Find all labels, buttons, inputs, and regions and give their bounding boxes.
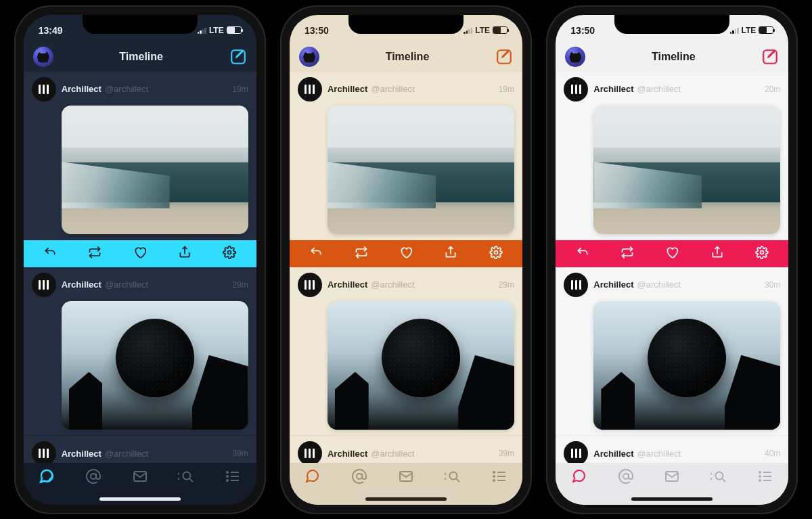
tab-messages[interactable] [132, 468, 148, 487]
tweet[interactable]: Archillect@archillect40m instagram.com/a… [556, 436, 788, 462]
share-button[interactable] [178, 246, 191, 262]
tweet-time: 40m [765, 449, 780, 458]
tweet[interactable]: Archillect@archillect19m [290, 72, 522, 240]
svg-point-30 [711, 473, 712, 474]
home-indicator[interactable] [99, 497, 181, 501]
tweet-author: Archillect [328, 449, 367, 459]
tab-lists[interactable] [491, 468, 508, 487]
share-icon [178, 246, 191, 259]
tweet[interactable]: Archillect@archillect29m [290, 267, 522, 436]
tweet-author: Archillect [62, 84, 102, 94]
settings-button[interactable] [489, 246, 503, 262]
tweet[interactable]: Archillect@archillect20m [556, 72, 788, 240]
tab-messages[interactable] [398, 468, 414, 487]
tab-mentions[interactable] [351, 468, 367, 487]
reply-button[interactable] [43, 246, 57, 262]
tweet-image[interactable] [62, 301, 248, 430]
tweet[interactable]: Archillect@archillect 39m instagram.com/… [24, 436, 256, 462]
tweet-image[interactable] [62, 106, 248, 234]
nav-bar: Timeline [290, 42, 522, 72]
tweet-avatar[interactable] [564, 77, 588, 101]
tab-timeline[interactable] [39, 468, 55, 487]
search-icon [445, 468, 461, 484]
tweet-image[interactable] [593, 301, 780, 430]
retweet-button[interactable] [355, 246, 368, 262]
search-icon [178, 468, 194, 484]
tab-search[interactable] [445, 468, 461, 487]
svg-point-15 [357, 474, 362, 479]
svg-point-19 [449, 472, 457, 479]
tweet[interactable]: Archillect@archillect 19m [24, 72, 256, 240]
tab-search[interactable] [178, 468, 194, 487]
like-button[interactable] [399, 246, 413, 262]
chat-bubble-icon [304, 468, 321, 484]
tweet-avatar[interactable] [564, 273, 588, 297]
tweet-time: 39m [232, 449, 248, 458]
tweet[interactable]: Archillect@archillect30m [556, 267, 788, 436]
retweet-button[interactable] [621, 246, 634, 262]
tab-mentions[interactable] [618, 468, 634, 487]
tweet-avatar[interactable] [298, 77, 322, 101]
tab-messages[interactable] [664, 468, 680, 487]
tweet-avatar[interactable] [32, 77, 56, 101]
search-icon [710, 468, 727, 484]
timeline-feed[interactable]: Archillect@archillect 19m Archillect@arc… [24, 72, 256, 463]
compose-button[interactable] [495, 48, 513, 66]
svg-point-20 [493, 472, 495, 473]
tweet[interactable]: Archillect@archillect39m instagram.com/a… [290, 436, 522, 462]
reply-button[interactable] [576, 246, 589, 262]
tweet-image[interactable] [328, 301, 514, 430]
tweet-author: Archillect [328, 279, 367, 290]
svg-point-14 [494, 250, 497, 254]
tweet-time: 39m [499, 449, 514, 458]
tweet-avatar[interactable] [564, 441, 588, 462]
svg-point-21 [493, 476, 495, 477]
settings-button[interactable] [755, 246, 769, 262]
settings-button[interactable] [223, 246, 236, 262]
share-button[interactable] [444, 246, 457, 262]
share-button[interactable] [710, 246, 724, 262]
tab-lists[interactable] [225, 468, 241, 487]
profile-avatar[interactable] [33, 47, 53, 67]
page-title: Timeline [386, 51, 430, 63]
tweet-avatar[interactable] [298, 441, 322, 462]
retweet-button[interactable] [88, 246, 102, 262]
svg-point-35 [759, 480, 761, 481]
timeline-feed[interactable]: Archillect@archillect20m Archillect@arch… [556, 72, 788, 463]
svg-point-1 [228, 250, 231, 254]
tweet-avatar[interactable] [32, 441, 56, 462]
tab-lists[interactable] [757, 468, 773, 487]
heart-icon [399, 246, 413, 259]
profile-avatar[interactable] [565, 47, 585, 67]
svg-point-2 [91, 474, 96, 479]
tab-search[interactable] [710, 468, 727, 487]
status-time: 13:50 [304, 25, 329, 36]
reply-button[interactable] [309, 246, 323, 262]
tweet-handle: @archillect [371, 84, 415, 94]
home-indicator[interactable] [365, 497, 447, 501]
tab-timeline[interactable] [571, 468, 587, 487]
tab-mentions[interactable] [85, 468, 102, 487]
tweet-avatar[interactable] [298, 273, 322, 297]
compose-button[interactable] [229, 48, 247, 66]
compose-button[interactable] [761, 48, 779, 66]
at-icon [618, 468, 634, 484]
tweet-image[interactable] [593, 106, 780, 234]
at-icon [85, 468, 102, 484]
like-button[interactable] [133, 246, 147, 262]
nav-bar: Timeline [24, 42, 256, 72]
phone-dark: 13:49 LTE Timeline Archillect@archillect… [14, 5, 266, 514]
tab-timeline[interactable] [304, 468, 321, 487]
svg-point-34 [759, 476, 761, 477]
retweet-icon [621, 246, 634, 259]
home-indicator[interactable] [631, 497, 713, 501]
like-button[interactable] [665, 246, 679, 262]
tweet-avatar[interactable] [32, 273, 56, 297]
signal-icon [198, 27, 206, 34]
tweet[interactable]: Archillect@archillect 29m [24, 267, 256, 436]
svg-point-4 [179, 473, 179, 474]
timeline-feed[interactable]: Archillect@archillect19m Archillect@arch… [290, 72, 522, 463]
share-icon [710, 246, 724, 259]
profile-avatar[interactable] [299, 47, 319, 67]
tweet-image[interactable] [328, 106, 514, 234]
